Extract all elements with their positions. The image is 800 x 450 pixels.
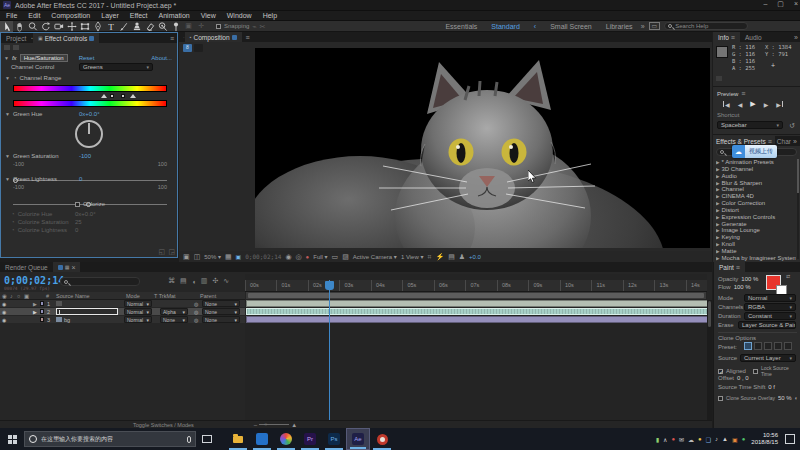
comp-view-option-icon[interactable] — [194, 44, 203, 52]
upload-overlay-tooltip[interactable]: ☁ 视频上传 — [732, 145, 777, 158]
effects-category[interactable]: ▶Distort — [716, 207, 796, 214]
play-button[interactable]: ▶ — [750, 100, 755, 108]
exposure-value[interactable]: +0.0 — [469, 254, 481, 260]
rotate-tool[interactable] — [39, 21, 52, 32]
layer-row-2-selected[interactable]: ◉ ▶ 2 Normal▾ Alpha▾ ◎ None▾ — [0, 308, 245, 316]
twirl-icon[interactable]: ▶ — [716, 242, 719, 247]
effects-category[interactable]: ▶Image Lounge — [716, 227, 796, 234]
colorize-checkbox[interactable] — [75, 202, 80, 207]
twirl-icon[interactable]: ▶ — [716, 167, 719, 172]
motion-blur-icon[interactable]: ✣ — [212, 277, 218, 285]
reset-shortcut-icon[interactable]: ↺ — [789, 122, 795, 129]
minimize-button[interactable]: – — [763, 0, 767, 8]
maximize-button[interactable]: ▢ — [777, 0, 784, 8]
twirl-icon[interactable]: ▶ — [716, 181, 719, 186]
tray-app-icon-yellow[interactable]: ● — [698, 436, 702, 442]
menu-layer[interactable]: Layer — [101, 12, 119, 19]
effects-category[interactable]: ▶Mocha by Imagineer Systems — [716, 255, 796, 262]
source-time-shift-value[interactable]: 0 f — [768, 384, 775, 390]
trkmat-dropdown[interactable]: None▾ — [160, 316, 188, 323]
effects-category[interactable]: ▶Expression Controls — [716, 214, 796, 221]
menu-edit[interactable]: Edit — [28, 12, 40, 19]
snapshot-icon[interactable]: ◉ — [285, 253, 291, 260]
tray-mail-icon[interactable]: ✉ — [679, 436, 684, 443]
range-handle-icon[interactable] — [110, 94, 114, 98]
tab-audio[interactable]: Audio — [740, 32, 767, 42]
trkmat-header[interactable]: T TrkMat — [154, 293, 176, 299]
effects-category[interactable]: ▶3D Channel — [716, 166, 796, 173]
twirl-icon[interactable]: ▶ — [716, 187, 719, 192]
graph-editor-icon[interactable]: ∿ — [223, 277, 229, 285]
opacity-value[interactable]: 100 % — [741, 276, 758, 282]
menu-effect[interactable]: Effect — [130, 12, 148, 19]
show-snapshot-icon[interactable]: ◎ — [295, 253, 301, 260]
menu-animation[interactable]: Animation — [159, 12, 190, 19]
clone-source-overlay-value[interactable]: 50 % — [778, 395, 792, 401]
workspace-essentials[interactable]: Essentials — [445, 23, 477, 30]
tray-ime-icon[interactable]: ▣ — [732, 436, 738, 443]
clone-preset-4[interactable] — [774, 342, 782, 350]
timeline-timecode[interactable]: 0;00;02;14 — [4, 275, 64, 286]
layer-bar-1[interactable] — [246, 300, 707, 307]
twirl-icon[interactable]: ▶ — [716, 249, 719, 254]
eye-icon[interactable]: ◉ — [2, 301, 6, 307]
effects-category[interactable]: ▶CINEMA 4D — [716, 193, 796, 200]
hue-dial[interactable] — [75, 120, 103, 148]
toggle-switches-label[interactable]: Toggle Switches / Modes — [133, 422, 194, 428]
snapping-checkbox[interactable] — [216, 24, 221, 29]
parent-header[interactable]: Parent — [200, 293, 216, 299]
panel-menu-icon[interactable]: ≡ — [246, 34, 250, 41]
tray-cloud-icon[interactable]: ☁ — [688, 436, 694, 443]
label-color-chip[interactable] — [40, 317, 44, 322]
effects-category[interactable]: ▶Matte — [716, 248, 796, 255]
blend-mode-dropdown[interactable]: Normal▾ — [124, 308, 152, 315]
roto-brush-tool[interactable] — [156, 21, 169, 32]
draft3d-icon[interactable]: ▤ — [180, 277, 187, 285]
layer-bar-3[interactable] — [246, 316, 707, 323]
blend-mode-dropdown[interactable]: Normal▾ — [124, 300, 152, 307]
tab-info[interactable]: Info≡ — [713, 32, 740, 42]
zoom-level-dropdown[interactable]: 50% ▾ — [204, 253, 221, 260]
taskbar-search-box[interactable]: 在这里输入你要搜索的内容 — [24, 431, 196, 447]
mode-header[interactable]: Mode — [126, 293, 140, 299]
lock-source-time-checkbox[interactable] — [753, 369, 758, 374]
zoom-tool[interactable] — [26, 21, 39, 32]
tab-composition[interactable]: ▪ Composition — [185, 32, 242, 42]
tab-project[interactable]: Project — [1, 33, 31, 43]
menu-view[interactable]: View — [201, 12, 216, 19]
timeline-search-box[interactable] — [60, 277, 140, 286]
mask-feather-icon[interactable]: ✂ — [260, 23, 266, 30]
parent-dropdown[interactable]: None▾ — [202, 300, 240, 307]
layer-row-3[interactable]: ◉ 3 bg Normal▾ None▾ ◎ None▾ — [0, 316, 245, 324]
timeline-vscrollbar[interactable] — [707, 300, 712, 424]
twirl-icon[interactable]: ▶ — [716, 215, 719, 220]
taskbar-app-premiere[interactable]: Pr — [298, 428, 322, 450]
taskbar-app-recorder[interactable] — [370, 428, 394, 450]
menu-composition[interactable]: Composition — [51, 12, 90, 19]
effects-category[interactable]: ▶* Animation Presets — [716, 159, 796, 166]
clock[interactable]: 10:56 2018/8/15 — [751, 432, 778, 446]
snap-options-icon[interactable]: ⌁ — [252, 23, 256, 30]
next-frame-button[interactable]: ▶ — [764, 101, 769, 108]
panel-menu-icon[interactable]: ≡ — [741, 90, 745, 97]
twirl-icon[interactable]: ▶ — [33, 301, 37, 307]
menu-window[interactable]: Window — [227, 12, 252, 19]
twirl-icon[interactable]: ▶ — [716, 228, 719, 233]
workspace-small-screen[interactable]: Small Screen — [550, 23, 592, 30]
channels-dropdown[interactable]: RGBA▾ — [744, 303, 796, 311]
tray-network-icon[interactable]: ▲ — [722, 436, 728, 442]
twirl-icon[interactable]: ▶ — [716, 222, 719, 227]
twirl-icon[interactable]: ▶ — [33, 309, 37, 315]
work-area-bar[interactable] — [246, 292, 706, 299]
workspace-overflow-icon[interactable]: » — [641, 23, 645, 30]
panel-resize-icon[interactable]: ◲ — [168, 248, 175, 255]
blend-mode-dropdown[interactable]: Normal▾ — [124, 316, 152, 323]
duration-dropdown[interactable]: Constant▾ — [744, 312, 796, 320]
region-of-interest-icon[interactable]: ▭ — [332, 253, 339, 260]
tab-character[interactable]: Char — [775, 136, 793, 146]
dock-overflow-icon[interactable]: » — [793, 138, 797, 145]
action-center-icon[interactable] — [785, 434, 795, 444]
offset-value[interactable]: 0 , 0 — [737, 375, 749, 381]
comp-mini-flowchart-icon[interactable]: 8 — [183, 44, 192, 52]
shy-icon[interactable]: ◖ — [192, 278, 196, 285]
